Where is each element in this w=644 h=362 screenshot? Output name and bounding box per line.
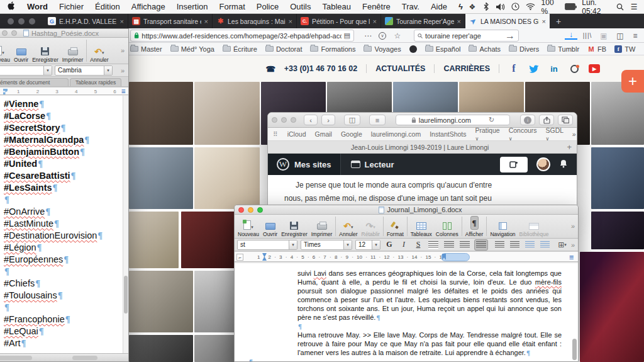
twitter-icon[interactable] bbox=[528, 63, 540, 74]
bullet-list-button[interactable] bbox=[509, 240, 521, 250]
bookmark-fb[interactable]: MFB bbox=[587, 45, 606, 53]
favorite-instantshots[interactable]: InstantShots bbox=[430, 130, 466, 138]
menu-format[interactable]: Format bbox=[214, 2, 251, 11]
close-window-button[interactable] bbox=[238, 207, 244, 213]
wp-my-sites[interactable]: W Mes sites bbox=[268, 154, 341, 175]
open-button[interactable]: Ouvrir bbox=[12, 38, 30, 64]
font-combo[interactable]: Times▾ bbox=[301, 240, 352, 250]
wp-compose-button[interactable] bbox=[500, 157, 528, 173]
hashtag-line[interactable]: #CesareBattisti¶ bbox=[1, 170, 128, 182]
indent-marker[interactable] bbox=[3, 89, 8, 94]
indent-button[interactable] bbox=[539, 240, 551, 250]
hashtag-line[interactable]: ¶ bbox=[1, 194, 128, 206]
tab-transport[interactable]: ▤ Transport sanitaire en amb × bbox=[128, 14, 213, 28]
menu-fichier[interactable]: Fichier bbox=[53, 2, 89, 11]
size-combo[interactable]: 12▾ bbox=[355, 240, 380, 250]
favorite-google[interactable]: Google bbox=[341, 130, 362, 138]
format-overflow-chevron[interactable]: » bbox=[121, 67, 125, 74]
address-bar[interactable]: ▤ bbox=[130, 30, 354, 42]
time-machine-icon[interactable] bbox=[511, 2, 519, 11]
sidebar-button[interactable]: ◫ bbox=[344, 115, 360, 125]
menu-affichage[interactable]: Affichage bbox=[126, 2, 171, 11]
scrollbar-thumb[interactable] bbox=[572, 339, 577, 360]
zoom-window-button[interactable] bbox=[29, 18, 35, 25]
hashtag-line[interactable]: #Vienne¶ bbox=[1, 98, 128, 110]
menu-hamburger-icon[interactable]: ≡ bbox=[629, 30, 641, 42]
youtube-icon[interactable]: ▶ bbox=[589, 63, 600, 74]
frequently-visited-icon[interactable]: ⠿ bbox=[273, 130, 279, 138]
italic-button[interactable]: I bbox=[398, 240, 409, 250]
favorite-concours[interactable]: Concours ∨ bbox=[509, 127, 537, 142]
journal-document-area[interactable]: suivi Lavi dans ses errances géographiqu… bbox=[235, 263, 578, 361]
hashtag-line[interactable]: #LaCorse¶ bbox=[1, 110, 128, 122]
hashtag-line[interactable]: #Chiefs¶ bbox=[1, 278, 128, 290]
bookmark-folder[interactable]: Achats bbox=[469, 45, 501, 53]
bookmark-tw[interactable]: fTW bbox=[614, 45, 635, 53]
style-combo[interactable]: ▾ bbox=[0, 65, 52, 76]
reader-mode-icon[interactable]: ▤ bbox=[344, 31, 350, 40]
menu-edition[interactable]: Édition bbox=[89, 2, 126, 11]
columns-button[interactable]: Colonnes bbox=[434, 215, 460, 238]
journal-titlebar[interactable]: Journal_Limongi_6.docx bbox=[235, 205, 578, 215]
share-button[interactable] bbox=[539, 115, 554, 125]
undo-button[interactable]: ↶▾Annuler bbox=[88, 38, 110, 64]
tab-ehpad[interactable]: G E.H.P.A.D. VALLEE DU CH × bbox=[44, 14, 128, 28]
hashtag-line[interactable]: #United¶ bbox=[1, 158, 128, 170]
favorites-overflow-chevron[interactable]: » bbox=[572, 130, 576, 138]
hashtag-line[interactable]: #DestinationEurovision¶ bbox=[1, 230, 128, 242]
forward-button[interactable]: › bbox=[321, 115, 335, 125]
close-tab-icon[interactable]: × bbox=[120, 18, 124, 25]
bookmark-site[interactable] bbox=[409, 45, 417, 53]
align-left-button[interactable] bbox=[427, 240, 440, 250]
tab-touraine[interactable]: Touraine Reper'Age - Accu × bbox=[381, 14, 465, 28]
back-button[interactable]: ‹ bbox=[304, 115, 318, 125]
hashtag-line[interactable]: #Francophonie¶ bbox=[1, 314, 128, 325]
hashtag-line[interactable]: ¶ bbox=[1, 266, 128, 278]
format-painter-button[interactable]: Format bbox=[385, 215, 406, 238]
tab-stop-selector[interactable]: ⌐ bbox=[236, 254, 243, 261]
dropbox-icon[interactable]: ❖ bbox=[469, 2, 476, 11]
wp-notifications-bell-icon[interactable] bbox=[559, 159, 568, 170]
extension-icon[interactable]: ▣ bbox=[597, 30, 610, 42]
favorite-gmail[interactable]: Gmail bbox=[314, 130, 331, 138]
ribbon-tab-elements[interactable]: éments de document bbox=[0, 78, 69, 86]
bookmark-folder[interactable]: Voyages bbox=[364, 45, 401, 53]
show-marks-button[interactable]: ¶Afficher bbox=[464, 215, 486, 238]
print-button[interactable]: Imprimer bbox=[309, 215, 335, 238]
bookmark-folder[interactable]: Español bbox=[425, 45, 461, 53]
hashtag-titlebar[interactable]: Hashtag_Poésie.docx bbox=[0, 29, 128, 38]
menu-insertion[interactable]: Insertion bbox=[171, 2, 214, 11]
reader-list-button[interactable]: ≡ bbox=[369, 115, 386, 125]
spotlight-icon[interactable] bbox=[616, 2, 624, 11]
safari-new-tab-button[interactable]: + bbox=[567, 142, 572, 152]
bookmark-folder[interactable]: Écriture bbox=[223, 45, 257, 53]
hashtag-line[interactable]: #Légion¶ bbox=[1, 242, 128, 254]
safari-address-field[interactable]: laurelimongi.com ↻ bbox=[396, 115, 510, 125]
tab-petition[interactable]: C. Pétition - Pour que la Corse × bbox=[297, 14, 381, 28]
empty-paragraph[interactable]: ¶ bbox=[248, 357, 562, 361]
numbered-list-button[interactable] bbox=[494, 240, 506, 250]
outdent-button[interactable] bbox=[524, 240, 536, 250]
favorite-sgdl[interactable]: SGDL ∨ bbox=[546, 127, 564, 142]
tables-button[interactable]: Tableaux bbox=[409, 215, 434, 238]
menu-word[interactable]: Word bbox=[21, 2, 53, 11]
page-actions-icon[interactable]: ⋯ bbox=[362, 30, 374, 42]
menu-aide[interactable]: Aide bbox=[425, 2, 453, 11]
borders-button[interactable]: ⊞ ▾ bbox=[557, 240, 568, 250]
close-tab-icon[interactable]: × bbox=[457, 18, 461, 25]
url-input[interactable] bbox=[142, 32, 341, 40]
tab-glycines-active[interactable]: ➤ LA MAISON DES GLYCINES × bbox=[465, 14, 550, 28]
close-tab-icon[interactable]: × bbox=[204, 18, 208, 25]
align-right-button[interactable] bbox=[458, 240, 471, 250]
hashtag-line[interactable]: #LesSaints¶ bbox=[1, 182, 128, 194]
print-button[interactable]: Imprimer bbox=[60, 38, 86, 64]
hashtag-line[interactable]: #OnArrive¶ bbox=[1, 206, 128, 218]
justify-button[interactable] bbox=[474, 239, 488, 251]
save-button[interactable]: Enregistrer bbox=[279, 215, 309, 238]
downloads-icon[interactable]: ↓ bbox=[565, 31, 577, 40]
sidebar-icon[interactable]: ◫ bbox=[614, 30, 626, 42]
bookmark-star-icon[interactable]: ☆ bbox=[391, 30, 404, 42]
hashtag-line[interactable]: #Européennes¶ bbox=[1, 254, 128, 266]
scrollbar-thumb[interactable] bbox=[124, 276, 128, 314]
close-window-button[interactable] bbox=[272, 117, 277, 123]
